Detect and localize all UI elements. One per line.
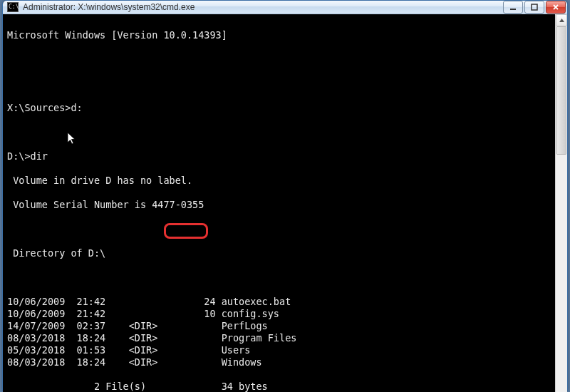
svg-rect-1	[532, 4, 537, 10]
scroll-up-button[interactable]	[556, 14, 567, 26]
vertical-scrollbar[interactable]	[555, 14, 567, 392]
terminal-output[interactable]: Microsoft Windows [Version 10.0.14393] X…	[3, 14, 555, 392]
os-header: Microsoft Windows [Version 10.0.14393]	[7, 29, 555, 41]
scroll-track[interactable]	[556, 26, 567, 392]
minimize-button[interactable]	[503, 1, 523, 14]
client-area: Microsoft Windows [Version 10.0.14393] X…	[3, 14, 567, 392]
window-controls	[503, 1, 566, 14]
close-button[interactable]	[546, 1, 566, 14]
svg-rect-0	[510, 9, 516, 10]
directory-listing: 10/06/2009 21:42 24 autoexec.bat 10/06/2…	[7, 296, 296, 368]
summary-files: 2 File(s) 34 bytes	[7, 381, 555, 392]
maximize-button[interactable]	[524, 1, 544, 14]
cmd-window: C:\ Administrator: X:\windows\system32\c…	[2, 0, 568, 391]
window-title: Administrator: X:\windows\system32\cmd.e…	[23, 2, 503, 12]
scroll-thumb[interactable]	[556, 26, 566, 155]
volume-line: Volume in drive D has no label.	[7, 175, 555, 187]
titlebar[interactable]: C:\ Administrator: X:\windows\system32\c…	[3, 1, 567, 14]
directory-of-line: Directory of D:\	[7, 247, 555, 259]
volume-line: Volume Serial Number is 4477-0355	[7, 199, 555, 211]
prompt-line: D:\>dir	[7, 150, 555, 163]
prompt-line: X:\Sources>d:	[7, 102, 555, 114]
cmd-icon: C:\	[7, 2, 19, 12]
